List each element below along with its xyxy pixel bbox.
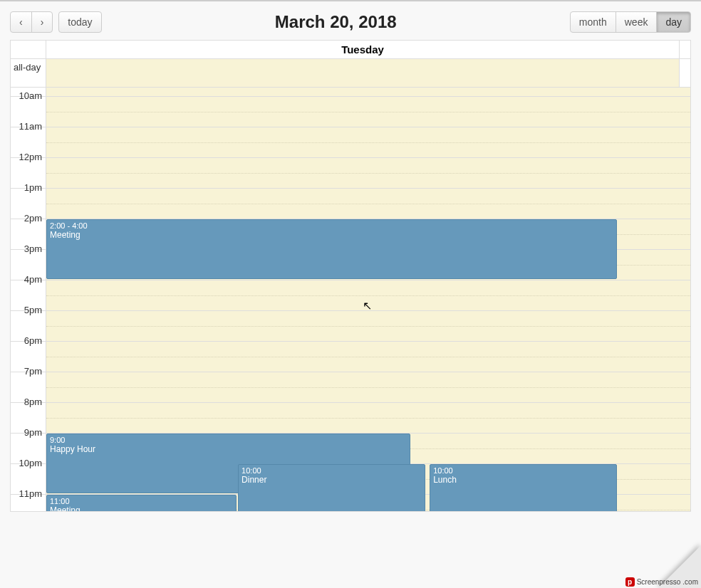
hour-label: 8pm — [11, 397, 46, 407]
next-button[interactable]: › — [31, 12, 53, 32]
allday-slot[interactable] — [46, 59, 679, 87]
hour-label: 12pm — [11, 152, 46, 162]
today-button[interactable]: today — [58, 11, 101, 33]
calendar-event[interactable]: 11:00Meeting — [46, 495, 237, 511]
time-grid-scroll[interactable]: 1am2am3am4am5am6am7am8am9am10am11am12pm1… — [11, 88, 690, 511]
hour-label: 10pm — [11, 458, 46, 468]
hour-label: 9pm — [11, 427, 46, 438]
screenpresso-watermark: p Screenpresso.com — [587, 545, 701, 588]
prev-button[interactable]: ‹ — [11, 12, 31, 32]
watermark-suffix: .com — [682, 578, 698, 586]
calendar-event[interactable]: 2:00 - 4:00Meeting — [46, 219, 617, 279]
event-title: Happy Hour — [50, 444, 407, 454]
hour-row[interactable] — [11, 127, 690, 158]
time-grid-container: 1am2am3am4am5am6am7am8am9am10am11am12pm1… — [11, 88, 690, 511]
calendar-header-row: Tuesday — [11, 41, 690, 59]
view-switcher: month week day — [570, 11, 691, 33]
event-title: Dinner — [242, 475, 422, 485]
hour-row[interactable] — [11, 88, 690, 97]
calendar-event[interactable]: 10:00Dinner — [238, 464, 425, 511]
event-time: 11:00 — [50, 497, 233, 505]
hour-label: 5pm — [11, 305, 46, 315]
event-time: 10:00 — [242, 466, 422, 475]
hour-label: 1pm — [11, 182, 46, 193]
screenpresso-logo-icon: p — [625, 577, 635, 587]
calendar: Tuesday all-day 1am2am3am4am5am6am7am8am… — [10, 40, 691, 512]
toolbar: ‹ › today March 20, 2018 month week day — [10, 11, 691, 33]
hour-label: 4pm — [11, 274, 46, 285]
hour-row[interactable] — [11, 189, 690, 219]
hour-row[interactable] — [11, 372, 690, 403]
view-day-button[interactable]: day — [656, 12, 690, 32]
hour-label: 11pm — [11, 488, 46, 499]
event-title: Meeting — [50, 505, 233, 511]
view-month-button[interactable]: month — [571, 12, 616, 32]
day-header: Tuesday — [46, 41, 679, 58]
time-grid[interactable]: 1am2am3am4am5am6am7am8am9am10am11am12pm1… — [11, 88, 690, 511]
event-title: Lunch — [433, 475, 613, 485]
scroll-gutter — [679, 41, 690, 58]
view-week-button[interactable]: week — [616, 12, 657, 32]
hour-label: 7pm — [11, 366, 46, 377]
nav-button-group: ‹ › — [10, 11, 53, 33]
watermark-brand: Screenpresso — [637, 578, 681, 586]
allday-row: all-day — [11, 59, 690, 88]
event-time: 9:00 — [50, 436, 407, 444]
hour-row[interactable] — [11, 342, 690, 372]
hour-label: 11am — [11, 121, 46, 132]
scroll-gutter — [679, 59, 690, 87]
hour-label: 10am — [11, 90, 46, 101]
axis-header — [11, 41, 46, 58]
event-time: 10:00 — [433, 466, 613, 475]
hour-row[interactable] — [11, 158, 690, 189]
calendar-event[interactable]: 10:00Lunch — [430, 464, 617, 511]
chevron-left-icon: ‹ — [19, 16, 23, 28]
hour-label: 6pm — [11, 335, 46, 346]
event-title: Meeting — [50, 230, 613, 240]
hour-row[interactable] — [11, 97, 690, 127]
event-time: 2:00 - 4:00 — [50, 221, 613, 230]
allday-label: all-day — [11, 59, 46, 87]
hour-row[interactable] — [11, 280, 690, 311]
hour-label: 3pm — [11, 243, 46, 254]
hour-row[interactable] — [11, 311, 690, 342]
hour-row[interactable] — [11, 403, 690, 434]
chevron-right-icon: › — [41, 16, 44, 28]
hour-label: 2pm — [11, 213, 46, 224]
page-title: March 20, 2018 — [102, 12, 570, 32]
